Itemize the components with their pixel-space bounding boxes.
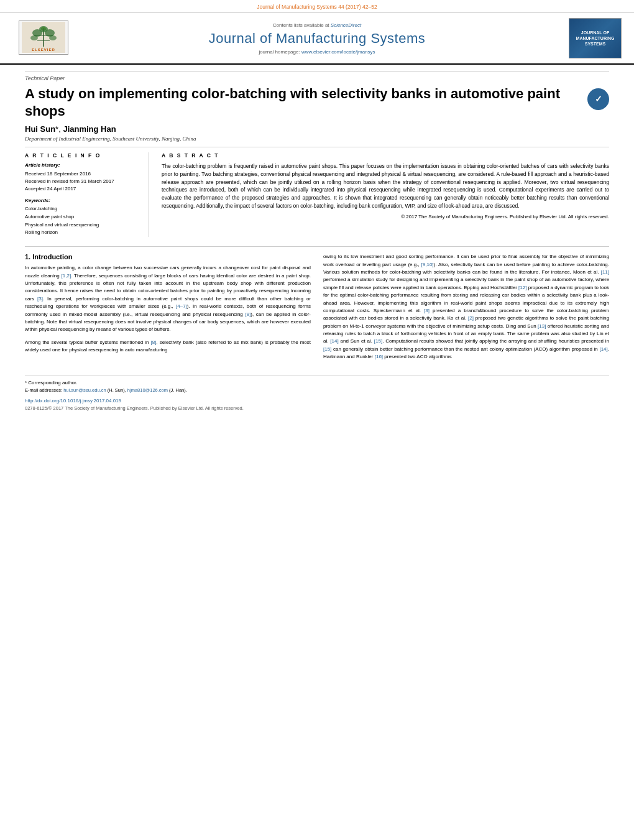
ref-14b: [14] [599,346,607,352]
email-hui-sun[interactable]: hui.sun@seu.edu.cn [63,387,106,393]
page-container: Journal of Manufacturing Systems 44 (201… [0,0,634,840]
body-paragraph-2: Among the several typical buffer systems… [25,339,311,354]
header-center: Contents lists available at ScienceDirec… [75,22,559,55]
journal-title-header: Journal of Manufacturing Systems [87,30,547,47]
footer-copyright: 0278-6125/© 2017 The Society of Manufact… [25,405,609,411]
footnote-corresponding: * Corresponding author. [25,380,609,385]
info-columns: A R T I C L E I N F O Article history: R… [25,147,609,237]
ref-4-7: [4–7] [176,303,187,309]
author-hui-sun: Hui Sun [25,124,55,134]
ref-8b: [8] [151,339,157,345]
svg-point-9 [49,35,57,40]
ref-1-2: [1,2] [62,273,71,279]
svg-point-8 [30,35,38,40]
logo-image-box: 🌳 ELSEVIER [19,21,68,55]
body-right-column: owing to its low investment and good sor… [323,253,609,366]
journal-logo-box: JOURNAL OF MANUFACTURING SYSTEMS [569,18,622,58]
ref-3: [3] [37,296,43,302]
authors-line: Hui Sun*, Jianming Han [25,124,609,134]
elsevier-logo: 🌳 ELSEVIER [12,21,75,57]
homepage-url[interactable]: www.elsevier.com/locate/jmansys [301,49,375,55]
article-type-label: Technical Paper [25,71,609,81]
svg-text:ELSEVIER: ELSEVIER [32,48,55,52]
ref-2b: [2] [468,315,474,321]
article-title-section: A study on implementing color-batching w… [25,85,609,119]
email-jianming-han-name: (J. Han). [169,387,187,393]
contents-available: Contents lists available at ScienceDirec… [87,22,547,28]
keywords-label: Keywords: [25,198,139,203]
header-right: JOURNAL OF MANUFACTURING SYSTEMS [559,18,622,58]
doi-url[interactable]: http://dx.doi.org/10.1016/j.jmsy.2017.04… [25,398,121,404]
keyword-2: Automotive paint shop [25,213,139,221]
top-journal-link: Journal of Manufacturing Systems 44 (201… [0,0,634,13]
affiliation-line: Department of Industrial Engineering, So… [25,136,609,142]
ref-11: [11] [601,269,609,275]
main-content: Technical Paper A study on implementing … [0,65,634,417]
body-paragraph-1: In automotive painting, a color change b… [25,264,311,334]
ref-14: [14] [330,338,338,344]
article-title: A study on implementing color-batching w… [25,85,587,119]
journal-citation: Journal of Manufacturing Systems 44 (201… [257,4,377,10]
elsevier-tree-svg: 🌳 ELSEVIER [22,22,65,53]
body-paragraph-3: owing to its low investment and good sor… [323,253,609,361]
article-info-heading: A R T I C L E I N F O [25,152,139,159]
history-received: Received 18 September 2016 [25,170,139,178]
body-section: 1. Introduction In automotive painting, … [25,246,609,366]
email-hui-sun-name: (H. Sun), [108,387,126,393]
contents-label: Contents lists available at [273,22,329,28]
abstract-copyright: © 2017 The Society of Manufacturing Engi… [162,214,609,219]
abstract-column: A B S T R A C T The color-batching probl… [162,152,609,237]
ref-9-10: [9,10] [421,262,434,267]
section-1-heading: 1. Introduction [25,253,311,261]
doi-line[interactable]: http://dx.doi.org/10.1016/j.jmsy.2017.04… [25,398,609,404]
journal-homepage-line: journal homepage: www.elsevier.com/locat… [87,49,547,55]
keyword-3: Physical and virtual resequencing [25,221,139,229]
abstract-text: The color-batching problem is frequently… [162,162,609,210]
elsevier-logo-area: 🌳 ELSEVIER [12,21,75,57]
keyword-1: Color-batching [25,205,139,213]
ref-12: [12] [518,285,526,290]
authors-section: Hui Sun*, Jianming Han Department of Ind… [25,124,609,142]
keyword-4: Rolling horizon [25,229,139,237]
history-accepted: Accepted 24 April 2017 [25,185,139,193]
sciencedirect-link[interactable]: ScienceDirect [331,22,361,28]
email-addresses-label: E-mail addresses: [25,387,62,393]
ref-16: [16] [375,354,383,359]
article-info-column: A R T I C L E I N F O Article history: R… [25,152,149,237]
ref-13: [13] [538,323,546,329]
svg-point-7 [39,26,48,32]
body-left-column: 1. Introduction In automotive painting, … [25,253,311,366]
email-jianming-han[interactable]: hjma810@126.com [127,387,168,393]
footer-section: * Corresponding author. E-mail addresses… [25,376,609,411]
homepage-label: journal homepage: [259,49,300,55]
ref-8a: [8] [245,312,250,317]
author-jianming-han: Jianming Han [63,124,116,134]
crossmark-badge[interactable]: ✓ [587,88,609,110]
abstract-heading: A B S T R A C T [162,152,609,159]
history-revised: Received in revised form 31 March 2017 [25,178,139,185]
history-label: Article history: [25,162,139,168]
ref-15: [15] [374,338,382,344]
header-section: 🌳 ELSEVIER Contents lists avai [0,13,634,65]
email-line: E-mail addresses: hui.sun@seu.edu.cn (H.… [25,387,609,393]
ref-3b: [3] [424,308,430,313]
ref-15b: [15] [323,346,331,352]
journal-logo-text: JOURNAL OF MANUFACTURING SYSTEMS [576,30,615,47]
